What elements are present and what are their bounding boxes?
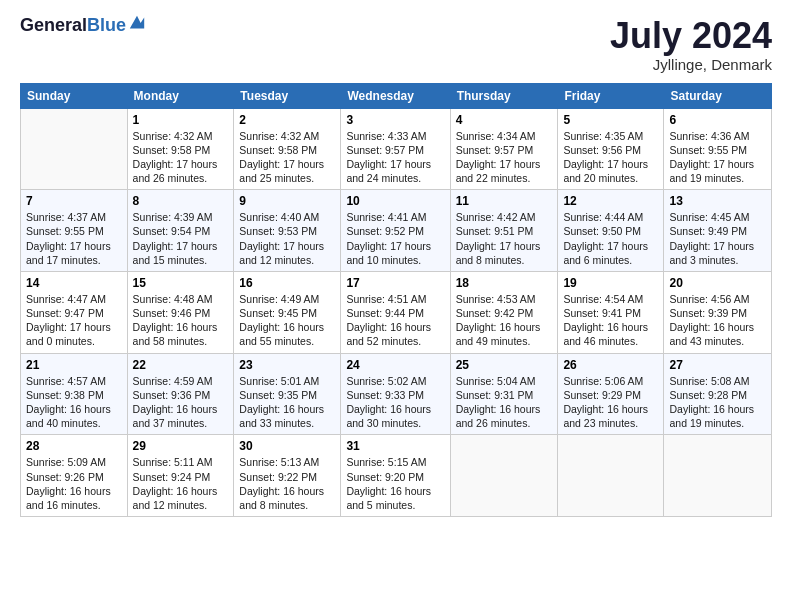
- day-content: Sunrise: 4:33 AM Sunset: 9:57 PM Dayligh…: [346, 129, 444, 186]
- day-number: 17: [346, 276, 444, 290]
- day-number: 14: [26, 276, 122, 290]
- calendar-cell: 17Sunrise: 4:51 AM Sunset: 9:44 PM Dayli…: [341, 271, 450, 353]
- calendar-cell: 4Sunrise: 4:34 AM Sunset: 9:57 PM Daylig…: [450, 108, 558, 190]
- day-number: 21: [26, 358, 122, 372]
- day-content: Sunrise: 4:54 AM Sunset: 9:41 PM Dayligh…: [563, 292, 658, 349]
- day-content: Sunrise: 5:08 AM Sunset: 9:28 PM Dayligh…: [669, 374, 766, 431]
- day-number: 11: [456, 194, 553, 208]
- day-content: Sunrise: 5:11 AM Sunset: 9:24 PM Dayligh…: [133, 455, 229, 512]
- day-number: 24: [346, 358, 444, 372]
- day-number: 29: [133, 439, 229, 453]
- calendar-cell: 16Sunrise: 4:49 AM Sunset: 9:45 PM Dayli…: [234, 271, 341, 353]
- day-number: 13: [669, 194, 766, 208]
- day-number: 1: [133, 113, 229, 127]
- calendar-cell: 6Sunrise: 4:36 AM Sunset: 9:55 PM Daylig…: [664, 108, 772, 190]
- day-content: Sunrise: 4:56 AM Sunset: 9:39 PM Dayligh…: [669, 292, 766, 349]
- day-number: 26: [563, 358, 658, 372]
- day-content: Sunrise: 4:47 AM Sunset: 9:47 PM Dayligh…: [26, 292, 122, 349]
- day-number: 27: [669, 358, 766, 372]
- calendar-day-header: Wednesday: [341, 83, 450, 108]
- day-number: 12: [563, 194, 658, 208]
- day-number: 25: [456, 358, 553, 372]
- calendar-cell: 14Sunrise: 4:47 AM Sunset: 9:47 PM Dayli…: [21, 271, 128, 353]
- day-number: 30: [239, 439, 335, 453]
- day-content: Sunrise: 4:37 AM Sunset: 9:55 PM Dayligh…: [26, 210, 122, 267]
- day-content: Sunrise: 4:41 AM Sunset: 9:52 PM Dayligh…: [346, 210, 444, 267]
- calendar-cell: 18Sunrise: 4:53 AM Sunset: 9:42 PM Dayli…: [450, 271, 558, 353]
- day-content: Sunrise: 4:45 AM Sunset: 9:49 PM Dayligh…: [669, 210, 766, 267]
- day-content: Sunrise: 4:35 AM Sunset: 9:56 PM Dayligh…: [563, 129, 658, 186]
- calendar-day-header: Friday: [558, 83, 664, 108]
- location: Jyllinge, Denmark: [610, 56, 772, 73]
- day-content: Sunrise: 4:57 AM Sunset: 9:38 PM Dayligh…: [26, 374, 122, 431]
- calendar-day-header: Thursday: [450, 83, 558, 108]
- day-content: Sunrise: 5:01 AM Sunset: 9:35 PM Dayligh…: [239, 374, 335, 431]
- day-number: 3: [346, 113, 444, 127]
- day-content: Sunrise: 4:51 AM Sunset: 9:44 PM Dayligh…: [346, 292, 444, 349]
- calendar-cell: 25Sunrise: 5:04 AM Sunset: 9:31 PM Dayli…: [450, 353, 558, 435]
- calendar-cell: [21, 108, 128, 190]
- calendar-week-row: 28Sunrise: 5:09 AM Sunset: 9:26 PM Dayli…: [21, 435, 772, 517]
- calendar-cell: 15Sunrise: 4:48 AM Sunset: 9:46 PM Dayli…: [127, 271, 234, 353]
- calendar-cell: 3Sunrise: 4:33 AM Sunset: 9:57 PM Daylig…: [341, 108, 450, 190]
- day-content: Sunrise: 4:32 AM Sunset: 9:58 PM Dayligh…: [239, 129, 335, 186]
- calendar-cell: 1Sunrise: 4:32 AM Sunset: 9:58 PM Daylig…: [127, 108, 234, 190]
- title-section: July 2024 Jyllinge, Denmark: [610, 16, 772, 73]
- calendar-cell: 10Sunrise: 4:41 AM Sunset: 9:52 PM Dayli…: [341, 190, 450, 272]
- day-content: Sunrise: 4:42 AM Sunset: 9:51 PM Dayligh…: [456, 210, 553, 267]
- calendar-week-row: 21Sunrise: 4:57 AM Sunset: 9:38 PM Dayli…: [21, 353, 772, 435]
- day-number: 18: [456, 276, 553, 290]
- calendar-day-header: Sunday: [21, 83, 128, 108]
- day-number: 10: [346, 194, 444, 208]
- calendar-cell: 31Sunrise: 5:15 AM Sunset: 9:20 PM Dayli…: [341, 435, 450, 517]
- day-content: Sunrise: 5:02 AM Sunset: 9:33 PM Dayligh…: [346, 374, 444, 431]
- calendar-cell: 30Sunrise: 5:13 AM Sunset: 9:22 PM Dayli…: [234, 435, 341, 517]
- logo-text: GeneralBlue: [20, 16, 146, 34]
- calendar-day-header: Monday: [127, 83, 234, 108]
- month-title: July 2024: [610, 16, 772, 56]
- page: GeneralBlue July 2024 Jyllinge, Denmark …: [0, 0, 792, 612]
- day-number: 23: [239, 358, 335, 372]
- day-number: 28: [26, 439, 122, 453]
- calendar-week-row: 1Sunrise: 4:32 AM Sunset: 9:58 PM Daylig…: [21, 108, 772, 190]
- calendar-week-row: 7Sunrise: 4:37 AM Sunset: 9:55 PM Daylig…: [21, 190, 772, 272]
- day-number: 22: [133, 358, 229, 372]
- logo: GeneralBlue: [20, 16, 146, 34]
- calendar-header-row: SundayMondayTuesdayWednesdayThursdayFrid…: [21, 83, 772, 108]
- calendar-cell: 24Sunrise: 5:02 AM Sunset: 9:33 PM Dayli…: [341, 353, 450, 435]
- day-number: 9: [239, 194, 335, 208]
- day-content: Sunrise: 5:04 AM Sunset: 9:31 PM Dayligh…: [456, 374, 553, 431]
- calendar-cell: 23Sunrise: 5:01 AM Sunset: 9:35 PM Dayli…: [234, 353, 341, 435]
- calendar-cell: 13Sunrise: 4:45 AM Sunset: 9:49 PM Dayli…: [664, 190, 772, 272]
- calendar-cell: 5Sunrise: 4:35 AM Sunset: 9:56 PM Daylig…: [558, 108, 664, 190]
- calendar-cell: [664, 435, 772, 517]
- calendar-cell: 19Sunrise: 4:54 AM Sunset: 9:41 PM Dayli…: [558, 271, 664, 353]
- day-content: Sunrise: 4:34 AM Sunset: 9:57 PM Dayligh…: [456, 129, 553, 186]
- logo-general: General: [20, 16, 87, 34]
- day-number: 7: [26, 194, 122, 208]
- day-content: Sunrise: 5:06 AM Sunset: 9:29 PM Dayligh…: [563, 374, 658, 431]
- calendar-cell: 29Sunrise: 5:11 AM Sunset: 9:24 PM Dayli…: [127, 435, 234, 517]
- header: GeneralBlue July 2024 Jyllinge, Denmark: [20, 16, 772, 73]
- day-number: 6: [669, 113, 766, 127]
- day-content: Sunrise: 4:40 AM Sunset: 9:53 PM Dayligh…: [239, 210, 335, 267]
- calendar-cell: 20Sunrise: 4:56 AM Sunset: 9:39 PM Dayli…: [664, 271, 772, 353]
- calendar-cell: [558, 435, 664, 517]
- calendar-day-header: Saturday: [664, 83, 772, 108]
- calendar-cell: 26Sunrise: 5:06 AM Sunset: 9:29 PM Dayli…: [558, 353, 664, 435]
- day-content: Sunrise: 4:53 AM Sunset: 9:42 PM Dayligh…: [456, 292, 553, 349]
- day-number: 31: [346, 439, 444, 453]
- day-content: Sunrise: 4:59 AM Sunset: 9:36 PM Dayligh…: [133, 374, 229, 431]
- calendar-cell: 12Sunrise: 4:44 AM Sunset: 9:50 PM Dayli…: [558, 190, 664, 272]
- day-content: Sunrise: 5:13 AM Sunset: 9:22 PM Dayligh…: [239, 455, 335, 512]
- day-content: Sunrise: 4:49 AM Sunset: 9:45 PM Dayligh…: [239, 292, 335, 349]
- calendar-week-row: 14Sunrise: 4:47 AM Sunset: 9:47 PM Dayli…: [21, 271, 772, 353]
- calendar-cell: 27Sunrise: 5:08 AM Sunset: 9:28 PM Dayli…: [664, 353, 772, 435]
- calendar-cell: 9Sunrise: 4:40 AM Sunset: 9:53 PM Daylig…: [234, 190, 341, 272]
- day-content: Sunrise: 5:09 AM Sunset: 9:26 PM Dayligh…: [26, 455, 122, 512]
- day-content: Sunrise: 4:44 AM Sunset: 9:50 PM Dayligh…: [563, 210, 658, 267]
- day-number: 16: [239, 276, 335, 290]
- day-number: 4: [456, 113, 553, 127]
- calendar-table: SundayMondayTuesdayWednesdayThursdayFrid…: [20, 83, 772, 517]
- calendar-cell: 8Sunrise: 4:39 AM Sunset: 9:54 PM Daylig…: [127, 190, 234, 272]
